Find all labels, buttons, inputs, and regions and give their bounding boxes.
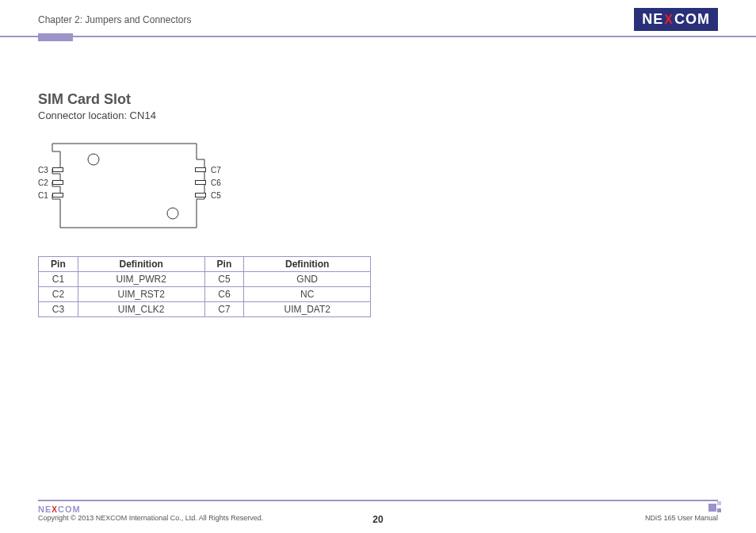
cell: GND (244, 272, 371, 287)
page-number: 20 (372, 514, 383, 525)
sim-slot-diagram: C3 C2 C1 C7 C6 C5 (38, 139, 244, 234)
manual-name: NDiS 165 User Manual (645, 514, 718, 522)
cell: UIM_RST2 (78, 287, 204, 302)
cell: C3 (39, 302, 78, 317)
pin-rect-c2 (52, 180, 63, 185)
col-pin-2: Pin (204, 257, 244, 272)
nexcom-logo: NEXCOM (634, 8, 718, 31)
cell: C5 (204, 272, 244, 287)
col-def-1: Definition (78, 257, 204, 272)
cell: C1 (39, 272, 78, 287)
page-footer: NEXCOM Copyright © 2013 NEXCOM Internati… (0, 500, 756, 525)
svg-point-0 (88, 154, 99, 165)
logo-post: COM (674, 11, 710, 28)
table-header-row: Pin Definition Pin Definition (39, 257, 371, 272)
pin-label-c1: C1 (38, 191, 48, 200)
table-row: C2 UIM_RST2 C6 NC (39, 287, 371, 302)
logo-x: X (664, 13, 674, 27)
cell: UIM_CLK2 (78, 302, 204, 317)
connector-location: Connector location: CN14 (38, 109, 718, 121)
page-header: Chapter 2: Jumpers and Connectors NEXCOM (0, 0, 756, 37)
pin-definition-table: Pin Definition Pin Definition C1 UIM_PWR… (38, 256, 371, 317)
pin-label-c5: C5 (211, 191, 221, 200)
pin-rect-c1 (52, 193, 63, 197)
cell: C2 (39, 287, 78, 302)
pin-label-c6: C6 (211, 178, 221, 187)
footer-logo: NEXCOM (38, 504, 718, 514)
table-row: C3 UIM_CLK2 C7 UIM_DAT2 (39, 302, 371, 317)
cell: NC (244, 287, 371, 302)
section-title: SIM Card Slot (38, 91, 718, 108)
pin-label-c7: C7 (211, 166, 221, 174)
cell: C6 (204, 287, 244, 302)
pin-rect-c5 (195, 193, 206, 197)
pin-rect-c3 (52, 167, 63, 172)
cell: C7 (204, 302, 244, 317)
table-row: C1 UIM_PWR2 C5 GND (39, 272, 371, 287)
connector-outline (38, 139, 212, 234)
section-tab-marker (38, 33, 73, 41)
svg-point-1 (167, 208, 178, 219)
page-content: SIM Card Slot Connector location: CN14 C… (0, 37, 756, 317)
pin-rect-c6 (195, 180, 206, 185)
cell: UIM_PWR2 (78, 272, 204, 287)
pin-rect-c7 (195, 167, 206, 172)
chapter-label: Chapter 2: Jumpers and Connectors (38, 14, 191, 25)
col-def-2: Definition (244, 257, 371, 272)
col-pin-1: Pin (39, 257, 78, 272)
pin-label-c2: C2 (38, 178, 48, 187)
copyright-text: Copyright © 2013 NEXCOM International Co… (38, 514, 263, 522)
pin-label-c3: C3 (38, 166, 48, 174)
logo-pre: NE (642, 11, 663, 28)
cell: UIM_DAT2 (244, 302, 371, 317)
